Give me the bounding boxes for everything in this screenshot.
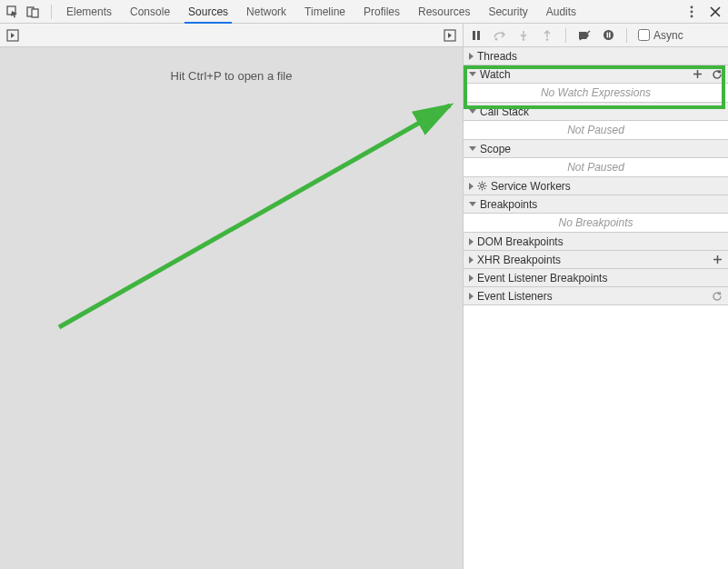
- svg-rect-8: [473, 31, 475, 40]
- svg-point-10: [495, 37, 498, 40]
- tab-console[interactable]: Console: [121, 0, 179, 23]
- editor-area: Hit Ctrl+P to open a file: [0, 47, 463, 569]
- section-threads[interactable]: Threads: [464, 47, 728, 65]
- chevron-down-icon: [469, 146, 476, 151]
- tab-list: Elements Console Sources Network Timelin…: [57, 0, 585, 23]
- show-navigator-icon[interactable]: [5, 28, 20, 43]
- breakpoints-label: Breakpoints: [480, 198, 537, 211]
- tab-audits[interactable]: Audits: [537, 0, 585, 23]
- svg-line-25: [479, 188, 480, 189]
- watch-body: No Watch Expressions: [464, 84, 728, 103]
- more-icon[interactable]: [684, 5, 699, 19]
- refresh-event-listeners-icon[interactable]: [712, 291, 723, 302]
- event-listeners-label: Event Listeners: [477, 290, 553, 303]
- section-scope[interactable]: Scope: [464, 140, 728, 158]
- section-xhr-breakpoints[interactable]: XHR Breakpoints: [464, 251, 728, 269]
- event-listener-bp-label: Event Listener Breakpoints: [477, 272, 607, 284]
- svg-point-5: [691, 15, 693, 17]
- async-checkbox[interactable]: Async: [638, 29, 683, 42]
- svg-rect-15: [606, 33, 608, 38]
- inspect-icon[interactable]: [5, 5, 20, 19]
- gear-icon: [477, 181, 487, 191]
- chevron-right-icon: [469, 238, 474, 245]
- chevron-right-icon: [469, 275, 474, 282]
- tab-sources[interactable]: Sources: [179, 0, 237, 23]
- show-debugger-icon[interactable]: [443, 28, 457, 43]
- scope-label: Scope: [480, 143, 511, 155]
- svg-line-23: [484, 188, 485, 189]
- section-breakpoints[interactable]: Breakpoints: [464, 195, 728, 214]
- svg-point-17: [481, 185, 484, 188]
- dom-breakpoints-label: DOM Breakpoints: [477, 235, 563, 248]
- pause-on-exceptions-icon[interactable]: [601, 28, 615, 43]
- section-callstack[interactable]: Call Stack: [464, 103, 728, 121]
- callstack-label: Call Stack: [480, 105, 529, 118]
- section-event-listener-breakpoints[interactable]: Event Listener Breakpoints: [464, 269, 728, 287]
- threads-label: Threads: [477, 50, 517, 63]
- svg-point-4: [691, 10, 693, 13]
- deactivate-breakpoints-icon[interactable]: [577, 28, 592, 43]
- add-xhr-breakpoint-icon[interactable]: [713, 255, 723, 265]
- svg-rect-16: [609, 33, 611, 38]
- xhr-breakpoints-label: XHR Breakpoints: [477, 254, 561, 266]
- svg-line-24: [484, 183, 485, 184]
- async-label: Async: [653, 29, 683, 42]
- chevron-down-icon: [469, 109, 476, 114]
- step-into-icon[interactable]: [516, 28, 531, 43]
- step-over-icon[interactable]: [493, 28, 507, 43]
- tab-timeline[interactable]: Timeline: [295, 0, 354, 23]
- svg-line-22: [479, 183, 480, 184]
- debugger-pane: Async Threads Watch No Watch Expressions…: [464, 24, 728, 569]
- tab-profiles[interactable]: Profiles: [354, 0, 409, 23]
- device-icon[interactable]: [25, 5, 40, 19]
- svg-point-12: [546, 38, 549, 41]
- section-service-workers[interactable]: Service Workers: [464, 177, 728, 195]
- open-file-hint: Hit Ctrl+P to open a file: [0, 69, 463, 83]
- tab-security[interactable]: Security: [479, 0, 536, 23]
- tab-elements[interactable]: Elements: [57, 0, 121, 23]
- breakpoints-body: No Breakpoints: [464, 214, 728, 233]
- add-watch-icon[interactable]: [693, 69, 703, 79]
- section-dom-breakpoints[interactable]: DOM Breakpoints: [464, 233, 728, 251]
- refresh-watch-icon[interactable]: [712, 69, 723, 80]
- watch-label: Watch: [480, 68, 511, 81]
- scope-body: Not Paused: [464, 158, 728, 177]
- pause-icon[interactable]: [469, 28, 484, 43]
- svg-rect-9: [477, 31, 480, 40]
- async-checkbox-input[interactable]: [638, 29, 650, 41]
- chevron-right-icon: [469, 293, 474, 300]
- chevron-right-icon: [469, 53, 474, 60]
- chevron-right-icon: [469, 256, 474, 264]
- tab-network[interactable]: Network: [237, 0, 295, 23]
- service-workers-label: Service Workers: [491, 180, 571, 193]
- chevron-down-icon: [469, 72, 476, 76]
- svg-point-14: [603, 30, 613, 40]
- svg-rect-2: [32, 9, 38, 17]
- step-out-icon[interactable]: [540, 28, 554, 43]
- chevron-down-icon: [469, 202, 476, 206]
- svg-point-11: [523, 38, 525, 41]
- callstack-body: Not Paused: [464, 121, 728, 140]
- section-event-listeners[interactable]: Event Listeners: [464, 287, 728, 305]
- section-watch[interactable]: Watch: [464, 65, 728, 84]
- close-icon[interactable]: [708, 5, 723, 19]
- chevron-right-icon: [469, 183, 474, 190]
- tab-resources[interactable]: Resources: [409, 0, 479, 23]
- top-tab-bar: Elements Console Sources Network Timelin…: [0, 0, 728, 24]
- sources-left-pane: Hit Ctrl+P to open a file: [0, 24, 464, 569]
- svg-point-3: [691, 5, 693, 8]
